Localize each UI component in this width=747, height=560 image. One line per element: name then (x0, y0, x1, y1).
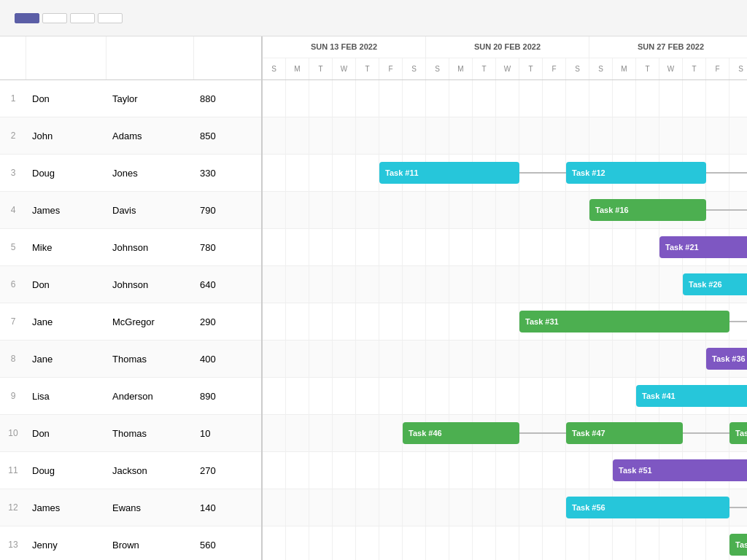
day-cell (263, 192, 286, 228)
row-score: 140 (194, 502, 260, 513)
day-cell (636, 341, 659, 377)
day-cell (613, 229, 636, 265)
gantt-row: Task #11Task #12Task #13 (263, 155, 747, 192)
gantt-day-label: F (706, 58, 729, 79)
table-row: 5 Mike Johnson 780 (0, 229, 261, 266)
row-firstname: Don (26, 93, 107, 104)
day-cell (263, 452, 286, 489)
day-cell (426, 266, 449, 303)
gantt-panel[interactable]: SUN 13 FEB 2022SUN 20 FEB 2022SUN 27 FEB… (263, 36, 747, 560)
gantt-arrow (519, 172, 566, 174)
day-cell (636, 266, 659, 303)
row-score: 560 (194, 540, 260, 551)
gantt-task[interactable]: Task #16 (589, 199, 706, 221)
table-rows: 1 Don Taylor 880 2 John Adams 850 3 Doug… (0, 80, 261, 560)
row-surname: Johnson (107, 279, 194, 290)
row-firstname: James (26, 502, 107, 513)
gantt-task[interactable]: Task #31 (519, 311, 729, 332)
row-score: 400 (194, 354, 260, 365)
gantt-day-label: S (729, 58, 747, 79)
gantt-task[interactable]: Task #41 (636, 385, 747, 407)
day-cell (403, 303, 426, 340)
day-cell (286, 489, 309, 526)
day-cell (333, 117, 356, 154)
col-surname-header (107, 36, 194, 79)
day-cell (519, 378, 543, 414)
gantt-day-label: S (589, 58, 613, 79)
gantt-task[interactable]: Task #56 (566, 497, 729, 518)
day-cell (356, 192, 379, 228)
gantt-body: Task #1TaslTasTask #6Task #11Task #12Tas… (263, 80, 747, 560)
day-cell (403, 526, 426, 560)
row-surname: McGregor (107, 316, 194, 327)
row-id: 13 (0, 540, 26, 550)
gantt-row: Task #16Task #17Task #18 (263, 192, 747, 229)
day-cell (519, 229, 543, 265)
row-surname: Jones (107, 168, 194, 179)
gantt-task[interactable]: Tasl (729, 422, 747, 444)
tab-custom[interactable] (98, 13, 123, 23)
gantt-task[interactable]: Task #47 (566, 422, 683, 444)
day-cell (309, 266, 333, 303)
day-cell (286, 80, 309, 117)
gantt-task[interactable]: Task #6 (729, 534, 747, 556)
tab-5k-events[interactable] (42, 13, 67, 23)
day-cell (263, 341, 286, 377)
main-content: 1 Don Taylor 880 2 John Adams 850 3 Doug… (0, 36, 747, 560)
day-cell (449, 266, 473, 303)
gantt-day-label: S (566, 58, 589, 79)
row-surname: Taylor (107, 93, 194, 104)
day-cell (333, 489, 356, 526)
day-cell (309, 117, 333, 154)
day-cell (309, 378, 333, 414)
day-cell (333, 378, 356, 414)
gantt-task[interactable]: Task #11 (379, 162, 519, 184)
day-cell (379, 378, 403, 414)
row-firstname: Jenny (26, 540, 107, 551)
day-cell (286, 378, 309, 414)
day-cell (379, 489, 403, 526)
day-cell (613, 341, 636, 377)
day-cell (473, 489, 496, 526)
day-cell (683, 526, 706, 560)
day-cell (449, 192, 473, 228)
col-firstname-header (26, 36, 107, 79)
gantt-day-label: F (543, 58, 566, 79)
row-id: 4 (0, 205, 26, 215)
tab-10k-events[interactable] (70, 13, 95, 23)
table-row: 9 Lisa Anderson 890 (0, 378, 261, 415)
gantt-arrow (729, 321, 747, 322)
day-cell (683, 117, 706, 154)
gantt-day-label: T (309, 58, 333, 79)
day-cell (309, 452, 333, 489)
day-cell (333, 341, 356, 377)
gantt-task[interactable]: Task #26 (683, 273, 747, 295)
tab-1k-events[interactable] (15, 13, 39, 23)
gantt-task[interactable]: Task #21 (659, 236, 747, 258)
day-cell (566, 452, 589, 489)
day-cell (543, 117, 566, 154)
day-cell (379, 192, 403, 228)
row-firstname: Mike (26, 242, 107, 253)
day-cell (589, 266, 613, 303)
row-firstname: John (26, 131, 107, 141)
gantt-task[interactable]: Task #51 (613, 459, 747, 481)
gantt-task[interactable]: Task #12 (566, 162, 706, 184)
day-cell (379, 452, 403, 489)
day-cell (543, 378, 566, 414)
gantt-day-label: W (333, 58, 356, 79)
day-cell (309, 526, 333, 560)
day-cell (309, 415, 333, 451)
gantt-task[interactable]: Task #36 (706, 348, 747, 370)
row-id: 12 (0, 502, 26, 513)
gantt-task[interactable]: Task #46 (403, 422, 519, 444)
day-cell (613, 117, 636, 154)
day-cell (449, 117, 473, 154)
day-cell (333, 526, 356, 560)
gantt-day-label: M (613, 58, 636, 79)
day-cell (356, 155, 379, 191)
row-score: 790 (194, 205, 260, 216)
day-cell (403, 266, 426, 303)
table-row: 12 James Ewans 140 (0, 489, 261, 526)
day-cell (356, 117, 379, 154)
